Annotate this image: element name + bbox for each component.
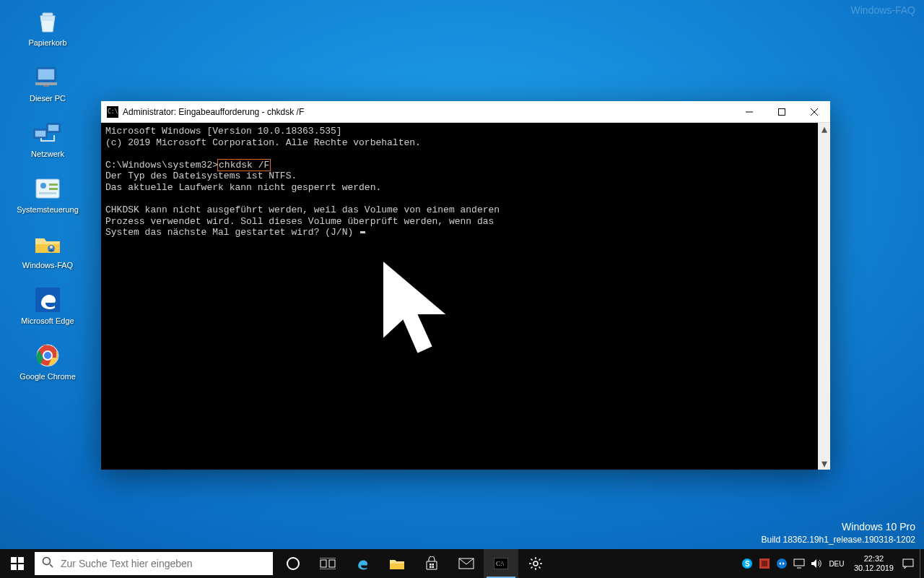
tray-app-icon[interactable] — [756, 549, 773, 578]
taskbar-edge[interactable] — [345, 549, 380, 578]
cmd-icon — [107, 106, 118, 118]
search-input[interactable] — [61, 558, 273, 569]
desktop-icon-label: Microsoft Edge — [4, 316, 91, 325]
svg-rect-43 — [903, 559, 913, 566]
svg-rect-29 — [430, 564, 432, 566]
svg-rect-20 — [778, 108, 785, 115]
tray-skype-icon[interactable]: S — [738, 549, 756, 578]
svg-rect-0 — [43, 13, 53, 16]
command-prompt-window[interactable]: Administrator: Eingabeaufforderung - chk… — [101, 101, 830, 470]
desktop-icon-edge[interactable]: Microsoft Edge — [4, 285, 91, 325]
desktop-icon-label: Papierkorb — [4, 38, 91, 47]
desktop-icon-label: Netzwerk — [4, 150, 91, 158]
desktop-icon-label: Dieser PC — [4, 94, 91, 103]
svg-point-15 — [50, 246, 53, 249]
svg-rect-22 — [18, 557, 24, 563]
tray-volume-icon[interactable] — [808, 549, 825, 578]
svg-rect-32 — [432, 566, 435, 569]
tray-monitor-icon[interactable] — [790, 549, 808, 578]
desktop-icon-recycle-bin[interactable]: Papierkorb — [4, 7, 91, 47]
desktop-icon-windows-faq[interactable]: Windows-FAQ — [4, 230, 91, 269]
scroll-up-button[interactable]: ▴ — [818, 123, 830, 135]
watermark-build: Build 18362.19h1_release.190318-1202 — [761, 534, 915, 546]
show-desktop-button[interactable] — [920, 549, 924, 578]
svg-rect-30 — [432, 564, 435, 566]
edge-icon — [4, 285, 91, 314]
chrome-icon — [4, 341, 91, 370]
desktop-icon-control-panel[interactable]: Systemsteuerung — [4, 174, 91, 214]
svg-rect-12 — [49, 188, 58, 190]
window-title: Administrator: Eingabeaufforderung - chk… — [123, 107, 733, 117]
highlighted-command: chkdsk /F — [218, 160, 270, 171]
svg-point-25 — [43, 558, 51, 565]
search-box[interactable] — [35, 552, 273, 575]
desktop-icon-chrome[interactable]: Google Chrome — [4, 341, 91, 381]
clock-time: 22:32 — [854, 554, 894, 564]
watermark-top: Windows-FAQ — [851, 4, 915, 16]
svg-rect-27 — [321, 560, 326, 567]
recycle-bin-icon — [4, 7, 91, 36]
folder-icon — [4, 230, 91, 259]
windows-logo-icon — [11, 557, 24, 570]
action-center-button[interactable] — [899, 549, 917, 578]
desktop[interactable]: Windows-FAQ Windows 10 Pro Build 18362.1… — [0, 0, 924, 578]
svg-text:C:\: C:\ — [496, 560, 505, 567]
taskbar-cmd[interactable]: C:\ — [484, 549, 518, 578]
tray-language-icon[interactable]: DEU — [825, 549, 848, 578]
desktop-icon-label: Systemsteuerung — [4, 205, 91, 214]
taskbar-mail[interactable] — [449, 549, 484, 578]
system-tray[interactable]: S DEU 22:32 30.12.2019 — [738, 549, 924, 578]
close-button[interactable] — [798, 101, 830, 123]
task-view-button[interactable] — [310, 549, 345, 578]
svg-rect-11 — [49, 184, 58, 186]
minimize-button[interactable] — [733, 101, 765, 123]
desktop-icon-this-pc[interactable]: Dieser PC — [4, 63, 91, 103]
svg-point-36 — [533, 561, 538, 566]
clock-date: 30.12.2019 — [854, 564, 894, 573]
taskbar-settings[interactable] — [518, 549, 553, 578]
taskbar-store[interactable] — [414, 549, 449, 578]
watermark-bottom: Windows 10 Pro Build 18362.19h1_release.… — [761, 520, 915, 546]
search-icon — [35, 556, 61, 571]
computer-icon — [4, 63, 91, 92]
svg-point-26 — [287, 558, 299, 569]
svg-text:S: S — [745, 560, 750, 568]
svg-rect-31 — [430, 566, 432, 569]
desktop-icon-label: Windows-FAQ — [4, 261, 91, 269]
svg-point-10 — [40, 183, 46, 189]
tray-clock[interactable]: 22:32 30.12.2019 — [848, 554, 899, 573]
svg-rect-3 — [35, 82, 57, 85]
svg-rect-13 — [39, 192, 56, 194]
text-cursor — [360, 231, 365, 233]
desktop-icon-network[interactable]: Netzwerk — [4, 118, 91, 158]
cortana-button[interactable] — [276, 549, 310, 578]
svg-rect-4 — [43, 85, 49, 87]
svg-point-41 — [777, 558, 787, 569]
watermark-edition: Windows 10 Pro — [761, 520, 915, 535]
svg-point-19 — [43, 351, 52, 360]
taskbar[interactable]: C:\ S DEU 22:32 30.12.2019 — [0, 549, 924, 578]
svg-rect-28 — [329, 560, 335, 567]
titlebar[interactable]: Administrator: Eingabeaufforderung - chk… — [101, 101, 830, 123]
svg-rect-8 — [48, 125, 58, 131]
svg-rect-2 — [38, 69, 54, 79]
svg-rect-40 — [762, 561, 767, 566]
scroll-down-button[interactable]: ▾ — [818, 457, 830, 470]
svg-rect-23 — [11, 564, 17, 570]
maximize-button[interactable] — [765, 101, 798, 123]
scrollbar[interactable]: ▴ ▾ — [818, 123, 830, 470]
svg-rect-21 — [11, 557, 17, 563]
svg-rect-24 — [18, 564, 24, 570]
svg-rect-6 — [35, 131, 45, 137]
svg-rect-42 — [794, 559, 804, 566]
network-icon — [4, 118, 91, 147]
terminal-output[interactable]: Microsoft Windows [Version 10.0.18363.53… — [101, 123, 818, 470]
desktop-icon-label: Google Chrome — [4, 372, 91, 381]
taskbar-explorer[interactable] — [380, 549, 414, 578]
control-panel-icon — [4, 174, 91, 203]
tray-teamviewer-icon[interactable] — [773, 549, 790, 578]
start-button[interactable] — [0, 549, 35, 578]
